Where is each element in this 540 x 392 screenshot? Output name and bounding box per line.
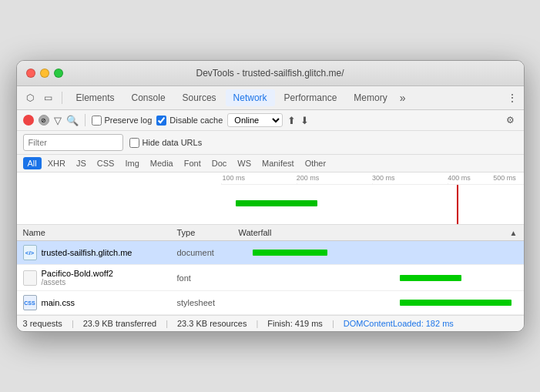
- preserve-log-label[interactable]: Preserve log: [92, 116, 153, 126]
- row-type: document: [177, 248, 239, 257]
- row-waterfall: [239, 247, 518, 258]
- pointer-icon[interactable]: ⬡: [23, 91, 37, 105]
- filter-icon[interactable]: ▽: [54, 115, 62, 126]
- tab-console[interactable]: Console: [124, 89, 173, 106]
- font-icon: [23, 270, 37, 286]
- row-name: Pacifico-Bold.woff2 /assets: [23, 269, 177, 286]
- col-header-waterfall[interactable]: Waterfall ▲: [239, 228, 518, 237]
- network-toolbar-sep: [85, 114, 86, 126]
- ruler-100ms: 100 ms: [223, 174, 246, 182]
- type-filter-doc[interactable]: Doc: [207, 157, 232, 169]
- html-icon: </>: [23, 245, 37, 260]
- hide-data-urls-checkbox[interactable]: [129, 138, 139, 148]
- transferred-size: 23.9 KB transferred: [83, 319, 156, 328]
- ruler-300ms: 300 ms: [372, 174, 395, 182]
- table-row[interactable]: Pacifico-Bold.woff2 /assets font: [17, 265, 524, 291]
- table-row[interactable]: </> trusted-sailfish.glitch.me document: [17, 241, 524, 265]
- ruler-tick-200: [297, 183, 297, 184]
- window-title: DevTools - trusted-sailfish.glitch.me/: [196, 68, 344, 79]
- timeline-content: [221, 185, 524, 224]
- resources-size: 23.3 KB resources: [177, 319, 247, 328]
- sort-icon: ▲: [510, 229, 518, 237]
- row-type: stylesheet: [177, 298, 239, 307]
- disable-cache-label[interactable]: Disable cache: [156, 116, 223, 126]
- col-header-name[interactable]: Name: [23, 228, 177, 237]
- devtools-options-button[interactable]: ⋮: [507, 92, 518, 104]
- col-header-type[interactable]: Type: [177, 228, 239, 237]
- close-button[interactable]: [26, 69, 35, 78]
- nav-tabs: Elements Console Sources Network Perform…: [69, 89, 409, 106]
- minimize-button[interactable]: [40, 69, 49, 78]
- type-filter-css[interactable]: CSS: [92, 157, 119, 169]
- preserve-log-checkbox[interactable]: [92, 116, 102, 126]
- table-row[interactable]: CSS main.css stylesheet: [17, 291, 524, 315]
- type-filter-js[interactable]: JS: [72, 157, 91, 169]
- hide-data-urls-label[interactable]: Hide data URLs: [129, 138, 203, 148]
- maximize-button[interactable]: [54, 69, 63, 78]
- type-filter-ws[interactable]: WS: [233, 157, 256, 169]
- ruler-tick-100: [221, 183, 222, 184]
- requests-count: 3 requests: [23, 319, 62, 328]
- ruler-400ms: 400 ms: [448, 174, 471, 182]
- disable-cache-checkbox[interactable]: [156, 116, 166, 126]
- export-button[interactable]: ⬇: [300, 115, 309, 126]
- finish-time: Finish: 419 ms: [267, 319, 323, 328]
- row-type: font: [177, 273, 239, 283]
- css-icon: CSS: [23, 295, 37, 310]
- sep3: |: [256, 319, 258, 328]
- network-settings-icon[interactable]: ⚙: [504, 113, 518, 127]
- row-name-text: main.css: [42, 298, 75, 307]
- type-filter-media[interactable]: Media: [146, 157, 178, 169]
- ruler-200ms: 200 ms: [297, 174, 320, 182]
- ruler-tick-300: [372, 183, 373, 184]
- filter-bar: Hide data URLs: [17, 131, 524, 155]
- status-bar: 3 requests | 23.9 KB transferred | 23.3 …: [17, 315, 524, 331]
- sep1: |: [72, 319, 74, 328]
- tab-network[interactable]: Network: [226, 89, 275, 106]
- filter-input[interactable]: [23, 134, 123, 151]
- row-name: CSS main.css: [23, 295, 177, 310]
- row-name: </> trusted-sailfish.glitch.me: [23, 245, 177, 260]
- sep2: |: [166, 319, 168, 328]
- toolbar-separator: [62, 92, 62, 104]
- type-filter-img[interactable]: Img: [120, 157, 143, 169]
- throttle-select[interactable]: Online Fast 3G Slow 3G Offline: [227, 113, 283, 127]
- type-filter-other[interactable]: Other: [300, 157, 331, 169]
- row-waterfall: [239, 273, 518, 283]
- type-filter-manifest[interactable]: Manifest: [257, 157, 299, 169]
- waterfall-bar: [400, 300, 511, 306]
- stop-button[interactable]: ⊘: [39, 115, 49, 126]
- waterfall-bar: [400, 275, 461, 281]
- type-filter-all[interactable]: All: [23, 157, 42, 169]
- table-body: </> trusted-sailfish.glitch.me document …: [17, 241, 524, 315]
- table-header: Name Type Waterfall ▲: [17, 225, 524, 241]
- tab-memory[interactable]: Memory: [346, 89, 394, 106]
- timeline-ruler: 100 ms 200 ms 300 ms 400 ms 500 ms: [221, 173, 524, 185]
- row-name-sub: /assets: [42, 278, 113, 286]
- ruler-tick-400: [448, 183, 448, 184]
- record-button[interactable]: [23, 115, 34, 126]
- tab-elements[interactable]: Elements: [69, 89, 122, 106]
- waterfall-bar: [253, 250, 328, 256]
- tab-sources[interactable]: Sources: [175, 89, 224, 106]
- ruler-500ms: 500 ms: [493, 174, 516, 182]
- more-tabs-button[interactable]: »: [397, 90, 409, 106]
- type-filter-xhr[interactable]: XHR: [43, 157, 70, 169]
- timeline-bar-document: [236, 200, 317, 206]
- timeline-red-line: [457, 185, 458, 224]
- traffic-lights: [26, 69, 63, 78]
- type-filter-bar: All XHR JS CSS Img Media Font Doc WS Man…: [17, 155, 524, 173]
- row-name-text: trusted-sailfish.glitch.me: [42, 248, 132, 257]
- import-button[interactable]: ⬆: [287, 115, 296, 126]
- devtools-window: DevTools - trusted-sailfish.glitch.me/ ⬡…: [16, 60, 525, 332]
- title-bar: DevTools - trusted-sailfish.glitch.me/: [17, 61, 524, 86]
- tab-performance[interactable]: Performance: [277, 89, 345, 106]
- device-icon[interactable]: ▭: [42, 91, 55, 105]
- dom-content-loaded[interactable]: DOMContentLoaded: 182 ms: [344, 319, 454, 328]
- type-filter-font[interactable]: Font: [179, 157, 206, 169]
- row-name-text: Pacifico-Bold.woff2: [42, 269, 113, 278]
- search-icon[interactable]: 🔍: [66, 115, 79, 126]
- sep4: |: [332, 319, 334, 328]
- row-waterfall: [239, 297, 518, 308]
- main-toolbar: ⬡ ▭ Elements Console Sources Network Per…: [17, 86, 524, 110]
